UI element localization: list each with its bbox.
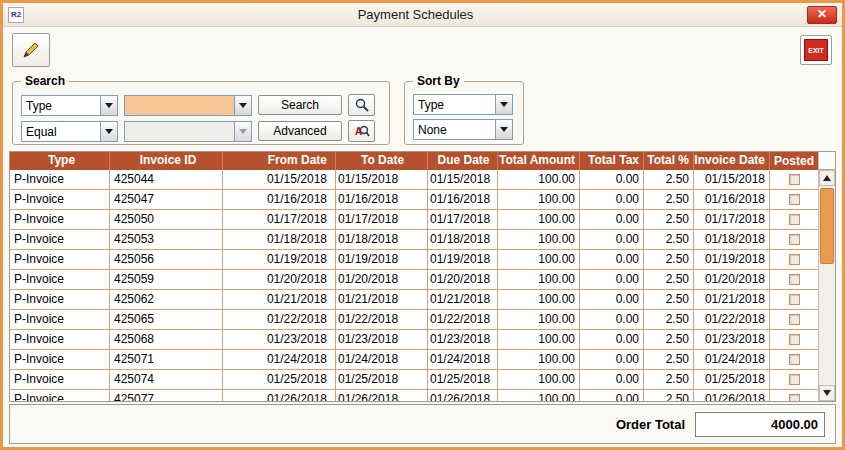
posted-checkbox[interactable] — [789, 214, 800, 225]
cell-type: P-Invoice — [10, 330, 110, 349]
cell-type: P-Invoice — [10, 310, 110, 329]
cell-total-tax: 0.00 — [580, 350, 644, 369]
search-field-dropdown[interactable]: Type — [21, 95, 118, 116]
table-row[interactable]: P-Invoice42504401/15/201801/15/201801/15… — [10, 170, 818, 190]
cell-total-tax: 0.00 — [580, 210, 644, 229]
posted-checkbox[interactable] — [789, 274, 800, 285]
posted-checkbox[interactable] — [789, 254, 800, 265]
posted-checkbox[interactable] — [789, 394, 800, 401]
table-row[interactable]: P-Invoice42505901/20/201801/20/201801/20… — [10, 270, 818, 290]
advanced-button[interactable]: Advanced — [258, 121, 342, 141]
chevron-down-icon[interactable] — [495, 120, 512, 139]
cell-posted — [770, 210, 818, 229]
scrollbar-header-spacer — [819, 152, 835, 170]
posted-checkbox[interactable] — [789, 234, 800, 245]
posted-checkbox[interactable] — [789, 354, 800, 365]
posted-checkbox[interactable] — [789, 314, 800, 325]
cell-due-date: 01/24/2018 — [428, 350, 498, 369]
search-operator-dropdown[interactable]: Equal — [21, 121, 118, 142]
search-icon-button[interactable] — [348, 94, 375, 116]
column-header-posted[interactable]: Posted — [770, 152, 818, 170]
table-row[interactable]: P-Invoice42504701/16/201801/16/201801/16… — [10, 190, 818, 210]
cell-invoice-date: 01/26/2018 — [694, 390, 770, 401]
cell-invoice-id: 425065 — [110, 310, 223, 329]
cell-from-date: 01/20/2018 — [223, 270, 336, 289]
cell-total-pct: 2.50 — [644, 170, 694, 189]
cell-due-date: 01/25/2018 — [428, 370, 498, 389]
cell-invoice-id: 425071 — [110, 350, 223, 369]
posted-checkbox[interactable] — [789, 374, 800, 385]
cell-to-date: 01/20/2018 — [336, 270, 428, 289]
cell-posted — [770, 290, 818, 309]
column-header-type[interactable]: Type — [10, 152, 110, 170]
search-value-dropdown[interactable] — [124, 95, 252, 116]
cell-invoice-date: 01/15/2018 — [694, 170, 770, 189]
table-row[interactable]: P-Invoice42506801/23/201801/23/201801/23… — [10, 330, 818, 350]
cell-from-date: 01/15/2018 — [223, 170, 336, 189]
cell-type: P-Invoice — [10, 230, 110, 249]
cell-total-tax: 0.00 — [580, 230, 644, 249]
scroll-down-button[interactable] — [819, 385, 835, 401]
chevron-down-icon[interactable] — [100, 96, 117, 115]
column-header-invoice-id[interactable]: Invoice ID — [110, 152, 223, 170]
search-button[interactable]: Search — [258, 95, 342, 115]
column-header-total-amount[interactable]: Total Amount — [498, 152, 580, 170]
cell-from-date: 01/25/2018 — [223, 370, 336, 389]
posted-checkbox[interactable] — [789, 174, 800, 185]
cell-from-date: 01/17/2018 — [223, 210, 336, 229]
posted-checkbox[interactable] — [789, 194, 800, 205]
cell-to-date: 01/19/2018 — [336, 250, 428, 269]
table-row[interactable]: P-Invoice42505601/19/201801/19/201801/19… — [10, 250, 818, 270]
cell-total-tax: 0.00 — [580, 370, 644, 389]
scrollbar-track[interactable] — [819, 186, 835, 385]
posted-checkbox[interactable] — [789, 334, 800, 345]
posted-checkbox[interactable] — [789, 294, 800, 305]
table-row[interactable]: P-Invoice42507701/26/201801/26/201801/26… — [10, 390, 818, 401]
column-header-from-date[interactable]: From Date — [223, 152, 336, 170]
cell-posted — [770, 330, 818, 349]
cell-due-date: 01/19/2018 — [428, 250, 498, 269]
chevron-down-icon[interactable] — [495, 95, 512, 114]
scroll-up-button[interactable] — [819, 170, 835, 186]
cell-from-date: 01/21/2018 — [223, 290, 336, 309]
table-row[interactable]: P-Invoice42506501/22/201801/22/201801/22… — [10, 310, 818, 330]
table-row[interactable]: P-Invoice42506201/21/201801/21/201801/21… — [10, 290, 818, 310]
column-header-total-tax[interactable]: Total Tax — [580, 152, 644, 170]
cell-type: P-Invoice — [10, 370, 110, 389]
arrow-down-icon — [823, 390, 831, 396]
cell-invoice-id: 425056 — [110, 250, 223, 269]
cell-total-pct: 2.50 — [644, 270, 694, 289]
chevron-down-icon[interactable] — [100, 122, 117, 141]
cell-from-date: 01/19/2018 — [223, 250, 336, 269]
advanced-search-icon-button[interactable]: A — [348, 120, 375, 142]
cell-invoice-id: 425068 — [110, 330, 223, 349]
table-row[interactable]: P-Invoice42505001/17/201801/17/201801/17… — [10, 210, 818, 230]
cell-total-amount: 100.00 — [498, 250, 580, 269]
close-button[interactable]: ✕ — [807, 6, 837, 24]
cell-to-date: 01/16/2018 — [336, 190, 428, 209]
cell-total-amount: 100.00 — [498, 330, 580, 349]
column-header-invoice-date[interactable]: Invoice Date — [694, 152, 770, 170]
cell-due-date: 01/18/2018 — [428, 230, 498, 249]
column-header-due-date[interactable]: Due Date — [428, 152, 498, 170]
cell-total-amount: 100.00 — [498, 350, 580, 369]
scrollbar-thumb[interactable] — [820, 188, 834, 264]
table-row[interactable]: P-Invoice42507101/24/201801/24/201801/24… — [10, 350, 818, 370]
cell-invoice-id: 425044 — [110, 170, 223, 189]
cell-type: P-Invoice — [10, 250, 110, 269]
cell-total-amount: 100.00 — [498, 310, 580, 329]
chevron-down-icon[interactable] — [234, 96, 251, 115]
cell-invoice-date: 01/21/2018 — [694, 290, 770, 309]
table-row[interactable]: P-Invoice42505301/18/201801/18/201801/18… — [10, 230, 818, 250]
column-header-total-pct[interactable]: Total % — [644, 152, 694, 170]
vertical-scrollbar[interactable] — [818, 152, 835, 401]
column-header-to-date[interactable]: To Date — [336, 152, 428, 170]
table-row[interactable]: P-Invoice42507401/25/201801/25/201801/25… — [10, 370, 818, 390]
sort-secondary-dropdown[interactable]: None — [413, 119, 513, 140]
filter-area: Search Type Search — [3, 73, 842, 151]
exit-button[interactable]: EXIT — [800, 35, 832, 65]
cell-to-date: 01/18/2018 — [336, 230, 428, 249]
grid-header-row: Type Invoice ID From Date To Date Due Da… — [10, 152, 818, 170]
edit-button[interactable] — [12, 33, 50, 67]
sort-primary-dropdown[interactable]: Type — [413, 94, 513, 115]
